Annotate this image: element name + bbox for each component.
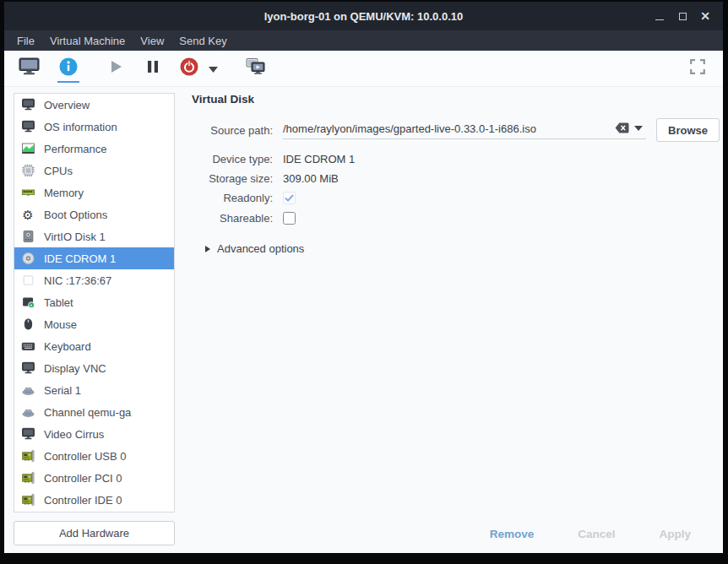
advanced-options-expander[interactable]: Advanced options [205,242,709,255]
shareable-checkbox[interactable] [283,212,296,225]
sidebar-item-mouse[interactable]: Mouse [14,313,174,335]
menu-send-key[interactable]: Send Key [171,30,234,51]
footer-actions: Remove Cancel Apply [490,528,691,540]
device-type-value: IDE CDROM 1 [283,153,709,165]
sidebar-item-display-vnc[interactable]: Display VNC [14,357,174,379]
sidebar-item-controller-pci-0[interactable]: Controller PCI 0 [14,467,174,489]
toolbar [4,51,723,87]
source-path-dropdown-icon[interactable] [634,126,643,131]
close-button[interactable]: ✕ [698,8,713,24]
sidebar-item-virtio-disk-1[interactable]: VirtIO Disk 1 [14,225,174,247]
panel-title: Virtual Disk [192,93,709,106]
maximize-icon [679,13,687,20]
sidebar-item-label: Performance [44,143,106,155]
maximize-button[interactable] [675,8,690,24]
sidebar-item-memory[interactable]: Memory [14,182,174,203]
apply-button: Apply [659,528,691,540]
minimize-button[interactable] [652,8,667,24]
cdrom-icon [19,251,36,266]
tablet-icon [19,295,36,310]
device-type-label: Device type: [192,153,273,165]
monitor-icon [19,119,36,134]
sidebar-item-controller-ide-0[interactable]: Controller IDE 0 [14,489,174,511]
mouse-icon [19,317,36,332]
sidebar-item-tablet[interactable]: Tablet [14,291,174,313]
vm-info-icon [58,57,79,80]
sidebar-item-label: Tablet [44,296,73,309]
shutdown-menu-caret-icon [209,61,218,76]
window-frame: lyon-borg-01 on QEMU/KVM: 10.0.0.10 ✕ Fi… [0,0,728,564]
check-icon [285,194,294,202]
sidebar-item-label: Video Cirrus [44,428,104,441]
titlebar[interactable]: lyon-borg-01 on QEMU/KVM: 10.0.0.10 ✕ [4,2,723,30]
cpu-icon [19,163,36,178]
sidebar-item-label: IDE CDROM 1 [44,252,116,265]
fullscreen-icon [690,59,705,78]
expander-arrow-icon [205,246,210,252]
hardware-list: OverviewOS informationPerformanceCPUsMem… [14,93,175,512]
cancel-button: Cancel [578,528,615,540]
keyboard-icon [19,339,36,354]
sidebar-item-keyboard[interactable]: Keyboard [14,335,174,357]
sidebar-item-boot-options[interactable]: ⚙Boot Options [14,203,174,225]
sidebar-item-label: Display VNC [44,362,106,375]
menu-view[interactable]: View [133,30,171,51]
sidebar-item-os-information[interactable]: OS information [14,116,174,138]
menubar: FileVirtual MachineViewSend Key [4,30,723,51]
source-path-entry-wrap [283,121,646,139]
pcicard-icon [19,492,36,507]
shareable-label: Shareable: [192,212,273,225]
run-vm-button[interactable] [104,53,128,84]
virtual-disk-panel: Virtual Disk Source path: [177,87,723,553]
shutdown-menu-button[interactable] [206,53,220,84]
window-title: lyon-borg-01 on QEMU/KVM: 10.0.0.10 [4,10,723,23]
performance-icon [19,141,36,156]
pcicard-icon [19,448,36,464]
sidebar-item-label: VirtIO Disk 1 [44,230,106,243]
fullscreen-button[interactable] [687,53,708,84]
source-path-label: Source path: [192,124,273,137]
graphical-console-icon [19,57,40,79]
menu-file[interactable]: File [9,30,42,51]
sidebar-item-ide-cdrom-1[interactable]: IDE CDROM 1 [14,247,174,269]
sidebar-item-label: Memory [44,187,84,199]
monitor-icon [19,97,36,112]
sidebar-item-channel-qemu-ga[interactable]: Channel qemu-ga [14,401,174,423]
sidebar-item-cpus[interactable]: CPUs [14,160,174,182]
clear-entry-icon[interactable] [615,122,629,133]
sidebar-item-nic-17-36-67[interactable]: NIC :17:36:67 [14,269,174,291]
sidebar-item-label: NIC :17:36:67 [44,274,111,287]
monitor-icon [19,361,36,376]
sidebar-item-label: Boot Options [44,209,107,221]
sidebar-item-video-cirrus[interactable]: Video Cirrus [14,423,174,445]
sidebar-item-serial-1[interactable]: Serial 1 [14,379,174,401]
serial-icon [19,382,36,398]
sidebar-item-label: Controller PCI 0 [44,472,122,485]
sidebar-item-label: Overview [44,99,90,111]
storage-size-value: 309.00 MiB [283,172,709,185]
monitor-icon [19,426,36,442]
virtual-displays-button[interactable] [242,53,269,84]
sidebar-item-controller-usb-0[interactable]: Controller USB 0 [14,445,174,467]
show-graphical-console-button[interactable] [16,53,42,84]
show-vm-details-button[interactable] [56,53,81,84]
gear-icon: ⚙ [19,207,36,222]
pause-vm-button[interactable] [142,53,164,84]
sidebar-item-label: Controller IDE 0 [44,494,122,507]
minimize-icon [655,19,664,20]
remove-button[interactable]: Remove [490,528,535,540]
advanced-options-label: Advanced options [217,242,304,255]
source-path-input[interactable] [283,121,611,135]
menu-virtual-machine[interactable]: Virtual Machine [42,30,133,51]
sidebar-item-partial[interactable] [14,511,174,512]
window-controls: ✕ [652,8,723,24]
shutdown-vm-button[interactable] [177,53,202,84]
sidebar-item-performance[interactable]: Performance [14,138,174,160]
memory-icon [19,185,36,200]
readonly-checkbox [283,192,296,204]
browse-button[interactable]: Browse [656,118,720,142]
readonly-label: Readonly: [192,192,273,204]
sidebar-item-label: CPUs [44,165,73,177]
add-hardware-button[interactable]: Add Hardware [14,521,175,545]
sidebar-item-overview[interactable]: Overview [14,94,174,116]
